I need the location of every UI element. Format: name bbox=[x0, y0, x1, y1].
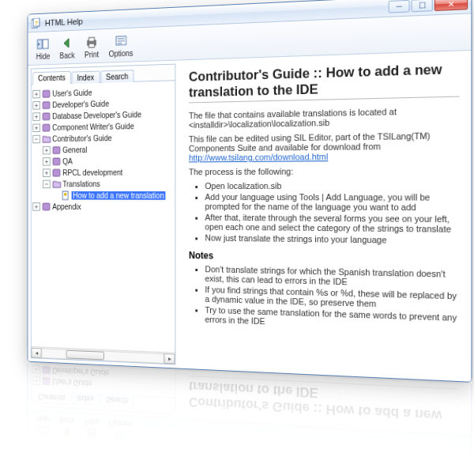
tab-index[interactable]: Index bbox=[72, 392, 100, 406]
svg-rect-30 bbox=[116, 433, 126, 441]
navigation-pane: Contents Index Search +User's Guide +Dev… bbox=[31, 364, 175, 415]
article-path: The file that contains available transla… bbox=[189, 105, 460, 130]
book-open-icon bbox=[51, 179, 61, 189]
app-icon: ? bbox=[31, 446, 41, 458]
article-process-intro: The process is the following: bbox=[189, 165, 460, 176]
svg-rect-25 bbox=[38, 426, 43, 436]
tab-search[interactable]: Search bbox=[100, 394, 134, 408]
print-button[interactable]: Print bbox=[81, 32, 103, 61]
svg-rect-27 bbox=[88, 431, 96, 436]
nav-tabs: Contents Index Search bbox=[32, 390, 175, 414]
svg-rect-15 bbox=[43, 124, 50, 131]
svg-rect-6 bbox=[89, 37, 95, 41]
scroll-right-button[interactable]: ▸ bbox=[164, 353, 175, 364]
hide-button[interactable]: Hide bbox=[32, 34, 55, 62]
back-icon bbox=[60, 425, 73, 440]
notes-list: Don't translate strings for which the Sp… bbox=[189, 264, 460, 333]
book-closed-icon bbox=[51, 157, 61, 167]
svg-rect-13 bbox=[43, 102, 50, 109]
tab-index[interactable]: Index bbox=[72, 71, 100, 84]
tab-search[interactable]: Search bbox=[100, 70, 134, 83]
book-closed-icon bbox=[42, 364, 51, 365]
svg-rect-28 bbox=[89, 435, 95, 439]
book-closed-icon bbox=[42, 111, 51, 123]
book-closed-icon bbox=[42, 100, 51, 111]
options-icon bbox=[114, 32, 128, 48]
tree-node[interactable]: +Appendix bbox=[32, 201, 173, 213]
svg-text:?: ? bbox=[35, 448, 38, 455]
article-title: Contributor's Guide :: How to add a new … bbox=[189, 61, 460, 103]
svg-rect-22 bbox=[31, 447, 37, 455]
options-button[interactable]: Options bbox=[104, 417, 137, 447]
tree-node-selected[interactable]: .How to add a new translation bbox=[32, 190, 173, 202]
steps-list: Open localization.sib Add your language … bbox=[189, 180, 460, 245]
scroll-thumb[interactable] bbox=[66, 349, 104, 360]
maximize-button[interactable]: ☐ bbox=[412, 0, 433, 12]
minimize-button[interactable]: ─ bbox=[389, 0, 410, 13]
book-closed-icon bbox=[42, 202, 51, 212]
tree-node[interactable]: −Translations bbox=[32, 178, 173, 190]
back-icon bbox=[60, 35, 73, 51]
svg-rect-7 bbox=[89, 43, 95, 47]
maximize-button[interactable]: ☐ bbox=[412, 472, 433, 476]
svg-rect-4 bbox=[43, 39, 48, 48]
svg-rect-21 bbox=[43, 203, 50, 210]
book-closed-icon bbox=[51, 168, 61, 178]
print-button[interactable]: Print bbox=[81, 416, 103, 444]
book-closed-icon bbox=[42, 89, 51, 100]
title-bar[interactable]: ? HTML Help ─ ☐ ✕ bbox=[28, 442, 471, 476]
app-window: ? HTML Help ─ ☐ ✕ Hide Back bbox=[28, 364, 472, 476]
print-icon bbox=[85, 34, 99, 50]
tree-node[interactable]: +User's Guide bbox=[32, 375, 173, 394]
scroll-left-button[interactable]: ◂ bbox=[32, 347, 42, 357]
svg-rect-23 bbox=[33, 448, 40, 457]
contents-tree[interactable]: +User's Guide +Developer's Guide +Databa… bbox=[32, 364, 175, 398]
minimize-button[interactable]: ─ bbox=[389, 470, 410, 476]
app-icon: ? bbox=[31, 17, 41, 29]
svg-rect-14 bbox=[43, 113, 50, 120]
app-window: ? HTML Help ─ ☐ ✕ Hide Back bbox=[28, 0, 472, 383]
svg-line-32 bbox=[117, 436, 124, 437]
svg-text:?: ? bbox=[35, 19, 38, 26]
close-button[interactable]: ✕ bbox=[434, 0, 468, 11]
options-icon bbox=[114, 429, 128, 445]
download-link[interactable]: http://www.tsilang.com/download.html bbox=[189, 152, 328, 163]
topic-icon bbox=[61, 191, 70, 201]
notes-heading: Notes bbox=[189, 250, 460, 266]
book-closed-icon bbox=[42, 376, 51, 387]
back-button[interactable]: Back bbox=[55, 414, 79, 443]
svg-line-31 bbox=[117, 439, 124, 440]
back-button[interactable]: Back bbox=[55, 33, 79, 62]
list-item: Open localization.sib bbox=[205, 180, 459, 191]
options-button[interactable]: Options bbox=[104, 31, 137, 60]
tab-contents[interactable]: Contents bbox=[32, 390, 70, 405]
tree-node[interactable]: +General bbox=[32, 143, 173, 156]
tree-node[interactable]: +RPCL development bbox=[32, 167, 173, 179]
svg-rect-12 bbox=[43, 90, 50, 97]
navigation-pane: Contents Index Search +User's Guide +Dev… bbox=[31, 64, 175, 365]
svg-rect-18 bbox=[53, 169, 60, 176]
list-item: Add your language using Tools | Add Lang… bbox=[205, 192, 459, 213]
list-item: After that, iterate through the several … bbox=[205, 213, 459, 234]
window-title: HTML Help bbox=[45, 448, 384, 476]
hide-icon bbox=[36, 36, 50, 51]
svg-point-20 bbox=[64, 193, 66, 196]
book-closed-icon bbox=[42, 365, 51, 376]
svg-rect-35 bbox=[43, 366, 50, 373]
toolbar: Hide Back Print Options bbox=[28, 409, 471, 472]
list-item: Now just translate the strings into your… bbox=[205, 233, 459, 246]
svg-rect-16 bbox=[53, 147, 60, 154]
tab-contents[interactable]: Contents bbox=[32, 71, 70, 85]
contents-tree[interactable]: +User's Guide +Developer's Guide +Databa… bbox=[32, 81, 175, 352]
content-pane: Contributor's Guide :: How to add a new … bbox=[179, 51, 471, 382]
book-open-icon bbox=[42, 134, 51, 144]
svg-rect-29 bbox=[89, 429, 95, 433]
article-editor-info: This file can be edited using SIL Editor… bbox=[189, 130, 460, 163]
svg-rect-26 bbox=[43, 427, 48, 436]
hide-button[interactable]: Hide bbox=[32, 413, 55, 441]
book-closed-icon bbox=[51, 145, 61, 155]
book-closed-icon bbox=[42, 123, 51, 134]
article-title: Contributor's Guide :: How to add a new … bbox=[189, 376, 460, 425]
tree-node[interactable]: +QA bbox=[32, 155, 173, 168]
svg-rect-17 bbox=[53, 158, 60, 165]
